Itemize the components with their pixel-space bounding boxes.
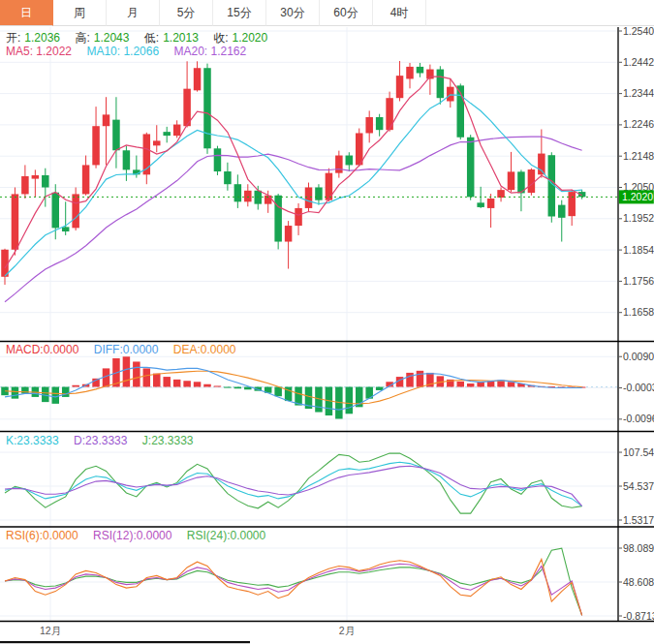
price-axis-label: 1.2540 bbox=[623, 25, 654, 37]
macd-axis-label: 0.0090 bbox=[623, 351, 654, 362]
k-line bbox=[5, 462, 582, 506]
candle-body bbox=[112, 120, 120, 151]
macd-bar bbox=[508, 382, 515, 386]
candle-body bbox=[477, 202, 484, 207]
macd-axis-label: -0.0003 bbox=[623, 382, 654, 393]
candle-body bbox=[558, 205, 566, 218]
price-axis-label: 1.1952 bbox=[623, 212, 654, 224]
candle-body bbox=[437, 70, 445, 99]
partial-bottom-border bbox=[0, 641, 250, 643]
macd-bar bbox=[72, 385, 79, 387]
candle-body bbox=[173, 125, 181, 137]
candle-body bbox=[508, 171, 515, 190]
candle-body bbox=[305, 188, 313, 208]
macd-bar bbox=[123, 356, 130, 386]
macd-bar bbox=[457, 382, 465, 387]
candle-body bbox=[12, 194, 19, 249]
x-axis-label: 12月 bbox=[40, 625, 61, 636]
candle-body bbox=[203, 68, 211, 148]
candle-body bbox=[123, 150, 130, 169]
candle-body bbox=[52, 193, 60, 229]
macd-bar bbox=[214, 385, 222, 386]
kdj-axis-label: 1.5317 bbox=[623, 514, 654, 526]
candle-body bbox=[153, 140, 161, 145]
candle-body bbox=[42, 175, 49, 188]
candle-body bbox=[487, 199, 495, 208]
candle-body bbox=[274, 196, 282, 242]
macd-bar bbox=[194, 382, 202, 386]
macd-bar bbox=[234, 387, 242, 389]
ma10-line bbox=[5, 95, 582, 276]
candle-body bbox=[244, 191, 251, 202]
candle-body bbox=[538, 154, 545, 175]
macd-bar bbox=[224, 387, 232, 388]
macd-bar bbox=[21, 387, 29, 394]
price-axis-label: 1.2344 bbox=[623, 87, 654, 99]
candle-body bbox=[224, 171, 232, 184]
price-axis-label: 1.1658 bbox=[623, 306, 654, 318]
macd-bar bbox=[274, 387, 282, 397]
macd-bar bbox=[173, 380, 181, 387]
price-axis-label: 1.1756 bbox=[623, 275, 654, 287]
macd-bar bbox=[477, 383, 484, 387]
macd-bar bbox=[12, 387, 19, 399]
ma20-line bbox=[5, 137, 582, 302]
candle-body bbox=[214, 148, 222, 171]
chart-canvas[interactable]: 1.25401.24421.23441.22461.21481.20501.19… bbox=[0, 0, 654, 644]
price-axis-label: 1.1854 bbox=[623, 244, 654, 256]
candle-body bbox=[194, 68, 202, 90]
macd-bar bbox=[153, 374, 161, 387]
current-price-badge-text: 1.2020 bbox=[622, 191, 653, 202]
candle-body bbox=[528, 169, 536, 193]
candle-body bbox=[376, 117, 384, 130]
candle-body bbox=[417, 67, 424, 74]
candle-body bbox=[568, 192, 576, 216]
candle-body bbox=[365, 117, 373, 133]
candle-body bbox=[82, 165, 90, 194]
kdj-axis-label: 54.5378 bbox=[623, 480, 654, 492]
rsi-axis-label: -0.8713 bbox=[623, 610, 654, 622]
price-axis-label: 1.2148 bbox=[623, 150, 654, 162]
macd-bar bbox=[417, 371, 424, 387]
price-axis-label: 1.2442 bbox=[623, 56, 654, 68]
macd-bar bbox=[467, 383, 475, 386]
candle-body bbox=[335, 156, 343, 173]
candle-body bbox=[406, 67, 414, 79]
candle-body bbox=[234, 184, 242, 201]
macd-bar bbox=[346, 387, 354, 414]
macd-bar bbox=[133, 361, 140, 386]
candle-body bbox=[21, 176, 29, 194]
candle-body bbox=[497, 190, 505, 198]
macd-bar bbox=[406, 373, 414, 387]
candle-body bbox=[346, 156, 354, 166]
x-axis-label: 2月 bbox=[339, 625, 355, 636]
price-axis-label: 1.2246 bbox=[623, 118, 654, 130]
rsi-axis-label: 98.0891 bbox=[623, 542, 654, 554]
candle-body bbox=[62, 227, 69, 231]
macd-bar bbox=[203, 384, 211, 387]
candle-body bbox=[163, 132, 171, 136]
diff-line bbox=[5, 367, 582, 410]
macd-axis-label: -0.0096 bbox=[623, 413, 654, 424]
rsi-axis-label: 48.6089 bbox=[623, 576, 654, 588]
macd-bar bbox=[163, 377, 171, 386]
candle-body bbox=[396, 76, 404, 98]
kdj-axis-label: 107.5439 bbox=[623, 446, 654, 458]
candle-body bbox=[285, 226, 293, 241]
candle-body bbox=[315, 188, 323, 200]
macd-bar bbox=[183, 381, 191, 386]
candle-body bbox=[103, 114, 110, 126]
macd-bar bbox=[376, 387, 384, 390]
candle-body bbox=[295, 208, 302, 226]
macd-bar bbox=[143, 368, 151, 386]
ma5-line bbox=[5, 77, 582, 268]
candle-body bbox=[447, 87, 454, 102]
macd-bar bbox=[52, 387, 60, 404]
candle-body bbox=[32, 175, 40, 179]
candle-body bbox=[92, 126, 100, 165]
candle-body bbox=[72, 194, 79, 228]
candle-body bbox=[467, 138, 475, 198]
trading-chart-app: 日 周 月 5分 15分 30分 60分 4时 开:1.2036 高:1.204… bbox=[0, 0, 654, 644]
